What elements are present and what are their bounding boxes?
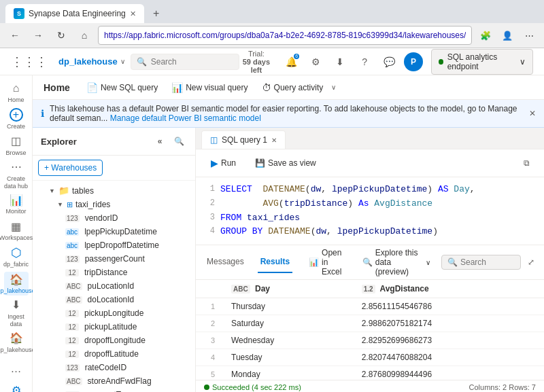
day-cell: Thursday	[223, 298, 354, 315]
sidebar-item-data-engineering[interactable]: ⚙ Data Engineering	[4, 383, 29, 392]
forward-button[interactable]: →	[29, 26, 48, 45]
settings-gear-icon[interactable]: ⚙	[306, 52, 325, 71]
sidebar-item-dp-fabric[interactable]: ⬡ dp_fabric	[4, 245, 29, 269]
tree-item-rate-code[interactable]: 123 rateCodeID	[33, 361, 195, 374]
sql-endpoint-button[interactable]: SQL analytics endpoint ∨	[431, 49, 533, 75]
tree-item-pu-location[interactable]: ABC puLocationId	[33, 279, 195, 293]
expand-results-button[interactable]: ⤢	[526, 254, 536, 270]
save-as-view-button[interactable]: 💾 Save as view	[248, 156, 323, 171]
sidebar-item-monitor[interactable]: 📊 Monitor	[4, 192, 29, 216]
banner-close-icon[interactable]: ✕	[529, 109, 536, 118]
extensions-icon[interactable]: 🧩	[476, 26, 495, 45]
tables-label: tables	[72, 186, 94, 196]
pickup-lat-type-icon: 12	[65, 323, 79, 331]
close-tab-button[interactable]: ✕	[271, 137, 277, 144]
dropoff-long-type-icon: 12	[65, 337, 79, 344]
tree-item-dropoff-latitude[interactable]: 12 dropoffLatitude	[33, 347, 195, 361]
explorer-search-button[interactable]: 🔍	[171, 133, 187, 149]
sidebar-item-more[interactable]: …	[4, 357, 29, 380]
address-bar[interactable]	[98, 26, 472, 45]
tab-bar: S Synapse Data Engineering ✕ +	[0, 0, 544, 23]
profile-icon[interactable]: 👤	[498, 26, 517, 45]
results-tab[interactable]: Results	[258, 251, 292, 273]
trial-label: Trial:	[239, 50, 273, 58]
search-box[interactable]: 🔍	[131, 54, 239, 70]
taxi-rides-chevron-icon: ▼	[57, 201, 64, 208]
do-location-type-icon: ABC	[65, 296, 82, 304]
open-excel-button[interactable]: 📊 Open in Excel	[303, 245, 352, 279]
refresh-button[interactable]: ↻	[52, 26, 71, 45]
query-activity-button[interactable]: ⏱ Query activity	[256, 79, 329, 96]
store-flag-label: storeAndFwdFlag	[88, 376, 152, 386]
tree-item-store-flag[interactable]: ABC storeAndFwdFlag	[33, 374, 195, 388]
back-button[interactable]: ←	[5, 26, 24, 45]
table-row: 2 Saturday 2.98862075182174	[196, 315, 544, 332]
sidebar-item-create[interactable]: + Create	[4, 107, 29, 131]
add-warehouses-button[interactable]: + Warehouses	[38, 160, 103, 176]
help-icon[interactable]: ?	[355, 52, 374, 71]
search-input[interactable]	[151, 57, 219, 67]
sidebar-item-home[interactable]: ⌂ Home	[4, 81, 29, 105]
query-activity-icon: ⏱	[262, 82, 271, 93]
messages-tab[interactable]: Messages	[204, 251, 247, 273]
code-content-4: GROUP BY DATENAME(dw, lpepPickupDatetime…	[220, 225, 544, 239]
play-icon: ▶	[211, 158, 218, 168]
tree-item-trip-distance[interactable]: 12 tripDistance	[33, 266, 195, 279]
passenger-count-type-icon: 123	[65, 255, 80, 263]
tree-item-passenger-count[interactable]: 123 passengerCount	[33, 252, 195, 266]
waffle-icon[interactable]: ⋮⋮⋮	[11, 54, 48, 69]
sidebar-item-dp-lakehouse[interactable]: 🏠 dp_lakehouse	[4, 272, 29, 296]
row-num-cell: 5	[196, 366, 223, 380]
sidebar-item-workspaces[interactable]: ▦ Workspaces	[4, 219, 29, 243]
tree-item-pickup-longitude[interactable]: 12 pickupLongitude	[33, 306, 195, 320]
sidebar-item-ingest[interactable]: ⬇ Ingest data	[4, 298, 29, 328]
tree-item-tables[interactable]: ▼ 📁 tables	[33, 183, 195, 198]
workspace-selector[interactable]: dp_lakehouse ∨	[58, 56, 125, 67]
settings-icon[interactable]: ⋯	[520, 26, 539, 45]
main-panel: Home 📄 New SQL query 📊 New visual query …	[33, 75, 544, 392]
sql-query-tab[interactable]: ◫ SQL query 1 ✕	[201, 130, 286, 149]
table-row: 4 Tuesday 2.82074476088204	[196, 349, 544, 366]
sql-endpoint-chevron-icon: ∨	[520, 57, 526, 67]
home-button[interactable]: ⌂	[75, 26, 94, 45]
sidebar-item-data-hub[interactable]: ⋯ Create data hub	[4, 160, 29, 190]
avg-cell: 2.87680998944496	[354, 366, 544, 380]
pickup-latitude-label: pickupLatitude	[84, 322, 137, 332]
tree-item-vendorid[interactable]: 123 vendorID	[33, 211, 195, 225]
user-avatar[interactable]: P	[404, 52, 423, 71]
toolbar-actions: 📄 New SQL query 📊 New visual query ⏱ Que…	[81, 79, 336, 96]
results-search-input[interactable]	[460, 257, 515, 267]
pu-location-label: puLocationId	[88, 281, 135, 291]
copy-button[interactable]: ⧉	[517, 154, 536, 173]
tree-item-payment-type[interactable]: 123 paymentType	[33, 388, 195, 392]
sidebar-item-browse[interactable]: ◫ Browse	[4, 134, 29, 158]
explorer-collapse-button[interactable]: «	[152, 133, 168, 149]
code-line-3: 3 FROM taxi_rides	[196, 211, 544, 226]
browser-tab[interactable]: S Synapse Data Engineering ✕	[5, 4, 144, 23]
close-tab-icon[interactable]: ✕	[130, 10, 136, 18]
toolbar-more-icon[interactable]: ∨	[331, 84, 336, 91]
notification-icon[interactable]: 🔔 6	[282, 52, 301, 71]
download-icon[interactable]: ⬇	[330, 52, 350, 71]
tree-item-pickup-latitude[interactable]: 12 pickupLatitude	[33, 320, 195, 334]
tree-item-lpep-dropoff[interactable]: abc lpepDropoffDatetime	[33, 238, 195, 252]
run-button[interactable]: ▶ Run	[204, 155, 243, 171]
new-visual-query-button[interactable]: 📊 New visual query	[166, 79, 253, 96]
results-search-box[interactable]: 🔍	[441, 255, 521, 270]
tree-item-do-location[interactable]: ABC doLocationId	[33, 293, 195, 306]
sidebar-dp-lakehouse-label: dp_lakehouse	[0, 287, 35, 295]
vendorid-label: vendorID	[85, 213, 118, 223]
feedback-icon[interactable]: 💬	[379, 52, 398, 71]
new-sql-query-button[interactable]: 📄 New SQL query	[81, 79, 163, 96]
code-editor[interactable]: 1 SELECT DATENAME(dw, lpepPickupDatetime…	[196, 177, 544, 245]
new-tab-button[interactable]: +	[147, 4, 166, 23]
tree-item-dropoff-longitude[interactable]: 12 dropoffLongitude	[33, 334, 195, 347]
explorer-tree: ▼ 📁 tables ▼ ⊞ taxi_rides 123	[33, 181, 195, 392]
tree-item-taxi-rides[interactable]: ▼ ⊞ taxi_rides	[33, 198, 195, 211]
banner-link[interactable]: Manage default Power BI semantic model	[110, 113, 261, 123]
explore-data-button[interactable]: 🔍 Explore this data (preview) ∨	[357, 245, 436, 279]
sidebar-item-dp-lakehouse2[interactable]: 🏠 dp_lakehouse	[4, 331, 29, 355]
browse-icon: ◫	[10, 135, 23, 148]
explore-chevron-icon: ∨	[426, 259, 430, 266]
tree-item-lpep-pickup[interactable]: abc lpepPickupDatetime	[33, 225, 195, 238]
